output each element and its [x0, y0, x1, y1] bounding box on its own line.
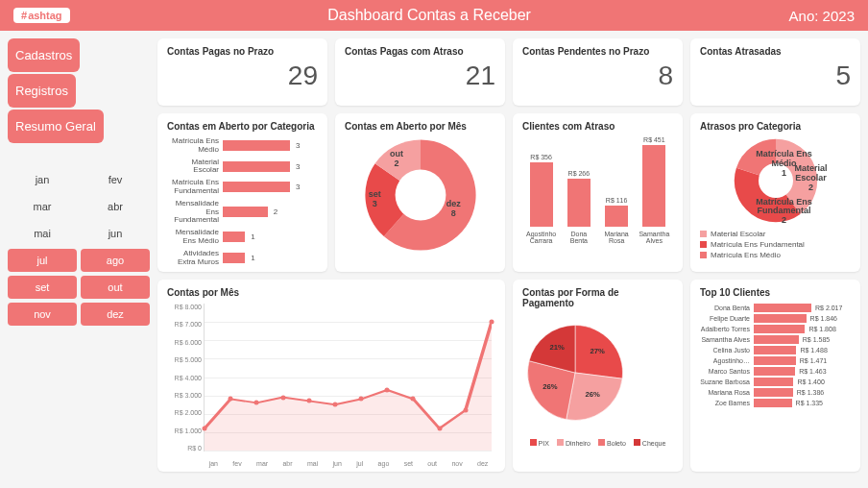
bar-label: Marco Santos — [700, 368, 754, 375]
bar — [530, 162, 553, 227]
bar-label: Zoe Barnes — [700, 400, 754, 406]
bar-label: Adalberto Torres — [700, 326, 754, 332]
svg-text:26%: 26% — [542, 382, 558, 391]
bar-label: Samantha Alves — [638, 231, 670, 245]
bar-value: R$ 2.017 — [815, 305, 842, 311]
chart-forma-pagamento: Contas por Forma de Pagamento 27%26%26%2… — [513, 280, 683, 472]
chart-title: Contas por Forma de Pagamento — [522, 287, 673, 308]
chart-title: Atrasos pro Categoria — [700, 121, 851, 132]
chart-title: Contas por Mês — [167, 287, 495, 298]
month-nov[interactable]: nov — [8, 303, 77, 326]
month-mai[interactable]: mai — [8, 222, 77, 245]
bar — [754, 346, 796, 354]
chart-clientes-atraso: Clientes com Atraso R$ 356Agostinho Carr… — [513, 113, 683, 272]
bar-value: R$ 1.400 — [797, 378, 824, 385]
bar-value: R$ 1.585 — [803, 336, 830, 343]
chart-title: Clientes com Atraso — [522, 121, 673, 132]
month-jul[interactable]: jul — [8, 249, 77, 272]
legend-swatch — [598, 439, 605, 446]
month-abr[interactable]: abr — [81, 195, 150, 218]
legend-label: Matrícula Ens Fundamental — [711, 240, 805, 249]
legend-item: PIX — [530, 439, 549, 447]
bar-label: Mensalidade Ens Fundamental — [167, 200, 223, 225]
bar-label: Mariana Rosa — [600, 231, 633, 245]
kpi-value: 21 — [345, 61, 495, 91]
donut-label: out2 — [390, 150, 403, 169]
kpi-pagas-atraso: Contas Pagas com Atraso21 — [335, 38, 505, 106]
bar-value: R$ 451 — [643, 136, 665, 143]
data-point — [385, 387, 390, 392]
month-filter: janfevmarabrmaijunjulagosetoutnovdez — [8, 168, 150, 326]
bar — [223, 232, 245, 242]
year-label: Ano: 2023 — [789, 8, 855, 24]
chart-title: Top 10 Clientes — [700, 287, 851, 298]
bar-label: Agostinho… — [700, 357, 754, 364]
bar — [567, 179, 591, 227]
bar — [642, 145, 665, 227]
month-dez[interactable]: dez — [81, 303, 150, 326]
month-fev[interactable]: fev — [81, 168, 150, 191]
bar-value: R$ 116 — [606, 197, 628, 204]
bar-label: Agostinho Carrara — [525, 231, 558, 245]
data-point — [280, 395, 285, 400]
nav-registros[interactable]: Registros — [8, 74, 76, 108]
bar-label: Matrícula Ens Médio — [167, 137, 223, 155]
bar-label: Mensalidade Ens Médio — [167, 229, 223, 246]
bar — [754, 335, 799, 344]
kpi-value: 5 — [700, 61, 851, 91]
kpi-value: 8 — [522, 61, 673, 91]
legend-swatch — [700, 231, 707, 237]
month-out[interactable]: out — [81, 276, 150, 299]
bar — [754, 378, 793, 386]
month-mar[interactable]: mar — [8, 195, 77, 218]
month-jun[interactable]: jun — [81, 222, 150, 245]
nav-cadastros[interactable]: Cadastros — [8, 38, 80, 72]
bar-value: R$ 1.846 — [810, 315, 837, 322]
bar-value: R$ 1.463 — [799, 368, 826, 375]
bar-value: R$ 1.335 — [796, 400, 823, 406]
donut-label: Matrícula Ens Fundamental2 — [750, 198, 819, 227]
bar — [754, 367, 795, 376]
bar — [754, 388, 793, 397]
data-point — [437, 427, 442, 431]
bar-label: Matrícula Ens Fundamental — [167, 179, 223, 196]
bar-value: R$ 356 — [530, 154, 552, 160]
bar-value: R$ 1.386 — [797, 389, 824, 396]
bar-label: Suzane Barbosa — [700, 378, 754, 385]
bar-label: Dona Benta — [700, 305, 754, 311]
month-jan[interactable]: jan — [8, 168, 77, 191]
bar — [605, 206, 628, 227]
bar-value: 3 — [296, 141, 300, 150]
data-point — [411, 397, 416, 402]
bar-value: 1 — [251, 254, 254, 262]
bar — [754, 325, 805, 333]
bar-label: Samantha Alves — [700, 336, 754, 343]
bar-value: R$ 1.808 — [808, 326, 835, 332]
kpi-title: Contas Atrasadas — [700, 46, 851, 57]
nav-resumo geral[interactable]: Resumo Geral — [8, 110, 104, 143]
x-axis: janfevmarabrmaijunjulagosetoutnovdez — [202, 460, 495, 467]
legend-label: Material Escolar — [711, 230, 765, 238]
chart-title: Contas em Aberto por Categoria — [167, 121, 318, 132]
y-axis: R$ 8.000R$ 7.000R$ 6.000R$ 5.000R$ 4.000… — [167, 304, 202, 451]
bar — [223, 182, 290, 192]
bar — [223, 161, 290, 172]
data-point — [203, 427, 207, 431]
legend-swatch — [530, 439, 537, 446]
donut-label: dez8 — [446, 200, 461, 219]
bar-value: 3 — [296, 183, 300, 191]
header-bar: ashtag Dashboard Contas a Receber Ano: 2… — [0, 0, 868, 31]
chart-contas-mes: Contas por Mês R$ 8.000R$ 7.000R$ 6.000R… — [157, 280, 505, 472]
bar-label: Felipe Duarte — [700, 315, 754, 322]
donut-label: Matrícula Ens Médio1 — [750, 150, 819, 179]
data-point — [229, 397, 233, 402]
month-set[interactable]: set — [8, 276, 77, 299]
sidebar: CadastrosRegistrosResumo Geral janfevmar… — [8, 38, 150, 472]
bar — [754, 356, 796, 365]
chart-title: Contas em Aberto por Mês — [345, 121, 495, 132]
bar — [754, 304, 811, 312]
svg-text:21%: 21% — [549, 343, 565, 352]
bar-value: 1 — [251, 232, 254, 241]
data-point — [359, 397, 364, 402]
month-ago[interactable]: ago — [81, 249, 150, 272]
